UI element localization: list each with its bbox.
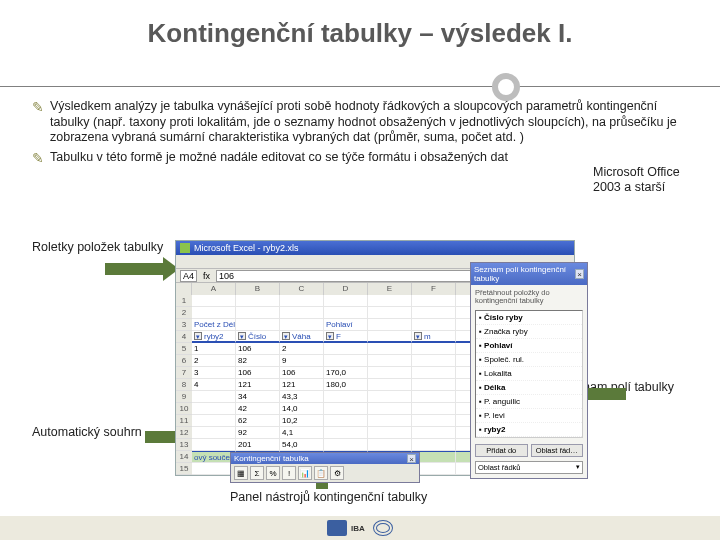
field-item[interactable]: ▪ Délka — [476, 381, 582, 395]
toolbar-icon[interactable]: % — [266, 466, 280, 480]
excel-window-title: Microsoft Excel - ryby2.xls — [194, 243, 299, 253]
bullet-icon: ✎ — [32, 150, 50, 168]
iba-text: IBA — [351, 524, 365, 533]
mu-logo-icon — [373, 520, 393, 536]
toolbar-icon[interactable]: 📋 — [314, 466, 328, 480]
close-icon[interactable]: × — [575, 269, 584, 279]
title-divider — [0, 55, 720, 95]
pivot-field-list-pane[interactable]: Seznam polí kontingenční tabulky × Přetá… — [470, 262, 588, 479]
fieldpane-title: Seznam polí kontingenční tabulky — [474, 265, 575, 283]
iba-logo-icon — [327, 520, 347, 536]
field-item[interactable]: ▪ P. anguilic — [476, 395, 582, 409]
add-to-button[interactable]: Přidat do — [475, 444, 528, 457]
toolbar-icon[interactable]: ! — [282, 466, 296, 480]
fieldpane-hint: Přetáhnout položky do kontingenční tabul… — [471, 285, 587, 308]
bullet-text: Výsledkem analýzy je tabulka vynášející … — [50, 99, 688, 146]
field-item[interactable]: ▪ Pohlaví — [476, 339, 582, 353]
toolbar-icon[interactable]: ⚙ — [330, 466, 344, 480]
field-item[interactable]: ▪ Značka ryby — [476, 325, 582, 339]
fx-icon: fx — [203, 271, 210, 281]
fieldpane-list[interactable]: ▪ Číslo ryby▪ Značka ryby▪ Pohlaví▪ Spol… — [475, 310, 583, 438]
excel-titlebar: Microsoft Excel - ryby2.xls — [176, 241, 574, 255]
fieldpane-titlebar: Seznam polí kontingenční tabulky × — [471, 263, 587, 285]
callout-roletky: Roletky položek tabulky — [32, 240, 163, 254]
name-box[interactable]: A4 — [180, 270, 197, 282]
slide-title: Kontingenční tabulky – výsledek I. — [32, 18, 688, 49]
bullet-icon: ✎ — [32, 99, 50, 146]
circle-accent-icon — [492, 73, 520, 101]
footer: IBA — [0, 516, 720, 540]
field-item[interactable]: ▪ P. levi — [476, 409, 582, 423]
area-dropdown[interactable]: Oblast řádků▾ — [475, 461, 583, 474]
toolbar-icon[interactable]: ▦ — [234, 466, 248, 480]
side-note: Microsoft Office 2003 a starší — [593, 165, 688, 195]
pivot-table-toolbar[interactable]: Kontingenční tabulka × ▦ Σ % ! 📊 📋 ⚙ — [230, 452, 420, 483]
field-item[interactable]: ▪ Společ. rul. — [476, 353, 582, 367]
close-icon[interactable]: × — [407, 454, 416, 463]
toolbar-icon[interactable]: Σ — [250, 466, 264, 480]
toolbar-icon[interactable]: 📊 — [298, 466, 312, 480]
callout-panel: Panel nástrojů kontingenční tabulky — [230, 490, 427, 504]
pivot-toolbar-titlebar: Kontingenční tabulka × — [231, 453, 419, 464]
area-button[interactable]: Oblast řád… — [531, 444, 584, 457]
callout-souhrn: Automatický souhrn — [32, 425, 142, 439]
field-item[interactable]: ▪ Číslo ryby — [476, 311, 582, 325]
field-item[interactable]: ▪ ryby2 — [476, 423, 582, 437]
field-item[interactable]: ▪ Lokalita — [476, 367, 582, 381]
chevron-down-icon: ▾ — [576, 463, 580, 472]
pivot-toolbar-title: Kontingenční tabulka — [234, 454, 309, 463]
bullet-list: ✎ Výsledkem analýzy je tabulka vynášejíc… — [32, 99, 688, 167]
excel-app-icon — [180, 243, 190, 253]
excel-row-headers[interactable]: 123456789101112131415 — [176, 295, 192, 475]
